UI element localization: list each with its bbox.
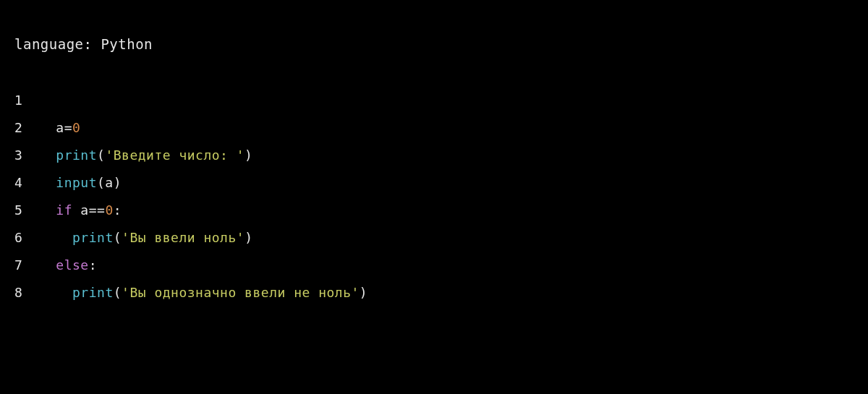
code-token: ( — [114, 285, 122, 300]
line-number: 6 — [14, 224, 56, 252]
code-line[interactable]: 7else: — [14, 252, 367, 279]
code-line[interactable]: 1 — [14, 87, 367, 114]
code-token: input — [56, 175, 97, 190]
code-line[interactable]: 4input(a) — [14, 169, 367, 197]
code-line[interactable]: 2a=0 — [14, 114, 367, 142]
code-token: a — [56, 120, 64, 135]
line-content[interactable]: print('Введите число: ') — [56, 142, 367, 169]
language-label: language: — [14, 36, 101, 52]
language-header: language: Python — [14, 36, 854, 52]
code-token: : — [89, 257, 97, 273]
code-line[interactable]: 8 print('Вы однозначно ввели не ноль') — [14, 279, 367, 307]
code-token: a — [72, 202, 89, 218]
line-content[interactable] — [56, 87, 367, 114]
code-token: (a) — [97, 175, 122, 190]
line-number: 7 — [14, 252, 56, 279]
code-line[interactable]: 6 print('Вы ввели ноль') — [14, 224, 367, 252]
code-token: 0 — [72, 120, 80, 135]
line-content[interactable]: if a==0: — [56, 197, 367, 224]
code-token: else — [56, 257, 88, 273]
code-token: ) — [244, 147, 252, 163]
line-content[interactable]: input(a) — [56, 169, 367, 197]
code-line[interactable]: 3print('Введите число: ') — [14, 142, 367, 169]
code-token: print — [56, 147, 97, 163]
code-token: 'Вы однозначно ввели не ноль' — [122, 285, 359, 300]
code-token: == — [89, 202, 106, 218]
code-token — [56, 230, 72, 245]
line-number: 8 — [14, 279, 56, 307]
code-token: ) — [244, 230, 252, 245]
code-token: ( — [114, 230, 122, 245]
code-line[interactable]: 5if a==0: — [14, 197, 367, 224]
code-token: print — [72, 285, 114, 300]
line-content[interactable]: print('Вы ввели ноль') — [56, 224, 367, 252]
code-editor[interactable]: 12a=03print('Введите число: ')4input(a)5… — [14, 87, 367, 307]
code-token: 0 — [105, 202, 113, 218]
line-number: 1 — [14, 87, 56, 114]
code-token: 'Вы ввели ноль' — [122, 230, 244, 245]
code-token: ( — [97, 147, 105, 163]
language-name: Python — [101, 36, 153, 52]
line-content[interactable]: else: — [56, 252, 367, 279]
line-content[interactable]: print('Вы однозначно ввели не ноль') — [56, 279, 367, 307]
line-number: 5 — [14, 197, 56, 224]
line-content[interactable]: a=0 — [56, 114, 367, 142]
code-token: 'Введите число: ' — [105, 147, 244, 163]
code-token: = — [64, 120, 72, 135]
code-token: if — [56, 202, 72, 218]
code-token — [56, 285, 72, 300]
code-token: ) — [359, 285, 367, 300]
line-number: 3 — [14, 142, 56, 169]
code-token: : — [114, 202, 122, 218]
code-token: print — [72, 230, 114, 245]
line-number: 2 — [14, 114, 56, 142]
line-number: 4 — [14, 169, 56, 197]
